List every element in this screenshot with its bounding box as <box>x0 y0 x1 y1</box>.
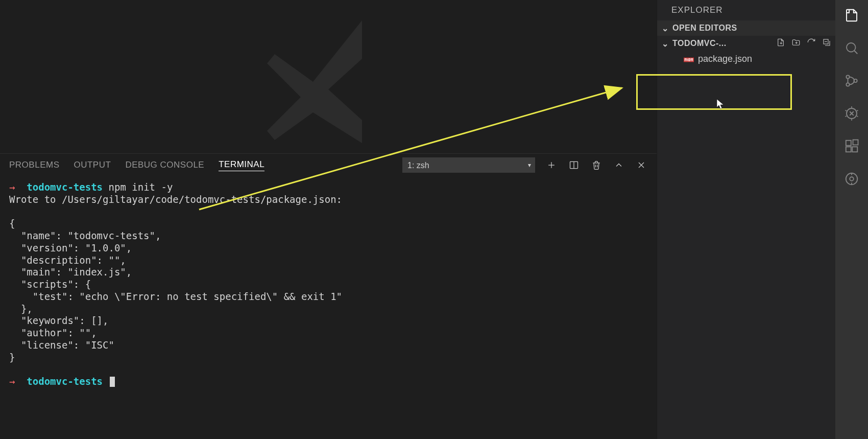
npm-file-icon <box>684 55 694 62</box>
gitlens-activity-icon[interactable] <box>843 171 860 187</box>
terminal-output[interactable]: → todomvc-tests npm init -y Wrote to /Us… <box>0 176 657 439</box>
maximize-panel-button[interactable] <box>613 159 625 171</box>
svg-point-16 <box>846 83 849 86</box>
terminal-line: "description": "", <box>9 255 126 266</box>
editor-empty-area <box>0 0 657 153</box>
open-editors-section[interactable]: ⌄ OPEN EDITORS <box>657 20 835 36</box>
project-root-section[interactable]: ⌄ TODOMVC-... <box>657 36 835 51</box>
terminal-line: "author": "", <box>9 327 97 338</box>
prompt-arrow-icon: → <box>9 376 15 387</box>
extensions-activity-icon[interactable] <box>843 138 860 154</box>
svg-rect-6 <box>685 59 687 59</box>
terminal-line: "keywords": [], <box>9 315 108 326</box>
svg-point-15 <box>846 75 849 78</box>
terminal-shell-select[interactable]: 1: zsh <box>402 157 535 173</box>
prompt-arrow-icon: → <box>9 181 15 193</box>
svg-rect-20 <box>846 147 851 152</box>
bottom-panel: PROBLEMS OUTPUT DEBUG CONSOLE TERMINAL 1… <box>0 153 657 439</box>
terminal-line: }, <box>9 303 33 314</box>
tab-output[interactable]: OUTPUT <box>74 160 111 170</box>
new-file-icon[interactable] <box>776 38 785 49</box>
svg-point-14 <box>847 43 856 52</box>
terminal-line: "name": "todomvc-tests", <box>9 230 161 241</box>
vscode-watermark-icon <box>252 5 405 160</box>
search-activity-icon[interactable] <box>843 40 860 56</box>
tab-debug-console[interactable]: DEBUG CONSOLE <box>125 160 204 170</box>
svg-rect-21 <box>852 147 857 152</box>
prompt-directory: todomvc-tests <box>27 376 103 387</box>
kill-terminal-button[interactable] <box>590 159 602 171</box>
terminal-line: "version": "1.0.0", <box>9 242 132 253</box>
terminal-line: Wrote to /Users/giltayar/code/todomvc-te… <box>9 194 342 205</box>
svg-rect-22 <box>853 140 858 145</box>
svg-rect-13 <box>691 59 693 59</box>
activity-bar <box>835 0 868 439</box>
file-package-json[interactable]: package.json <box>657 51 835 66</box>
split-terminal-button[interactable] <box>568 159 580 171</box>
refresh-icon[interactable] <box>807 38 816 49</box>
close-panel-button[interactable] <box>635 159 647 171</box>
file-name-label: package.json <box>698 54 752 64</box>
chevron-down-icon: ⌄ <box>661 39 669 49</box>
svg-rect-10 <box>688 60 690 61</box>
terminal-line: { <box>9 218 15 229</box>
panel-tab-bar: PROBLEMS OUTPUT DEBUG CONSOLE TERMINAL 1… <box>0 154 657 176</box>
explorer-title: EXPLORER <box>657 0 835 20</box>
debug-activity-icon[interactable] <box>843 105 860 122</box>
tab-problems[interactable]: PROBLEMS <box>9 160 59 170</box>
prompt-directory: todomvc-tests <box>27 181 103 193</box>
new-terminal-button[interactable] <box>545 159 558 171</box>
svg-point-24 <box>850 177 854 181</box>
terminal-cursor <box>110 377 115 387</box>
terminal-line: "license": "ISC" <box>9 339 114 351</box>
explorer-activity-icon[interactable] <box>843 7 860 24</box>
collapse-all-icon[interactable] <box>822 38 831 49</box>
chevron-down-icon: ⌄ <box>661 24 669 33</box>
new-folder-icon[interactable] <box>791 38 801 49</box>
terminal-command: npm init -y <box>109 181 173 193</box>
tab-terminal[interactable]: TERMINAL <box>219 159 264 171</box>
source-control-activity-icon[interactable] <box>843 73 860 89</box>
project-name-label: TODOMVC-... <box>672 39 727 48</box>
svg-rect-9 <box>688 59 690 59</box>
open-editors-label: OPEN EDITORS <box>672 24 737 33</box>
svg-rect-5 <box>687 59 688 61</box>
svg-rect-19 <box>846 141 851 146</box>
main-column: PROBLEMS OUTPUT DEBUG CONSOLE TERMINAL 1… <box>0 0 657 439</box>
terminal-line: } <box>9 352 15 363</box>
terminal-line: "main": "index.js", <box>9 266 132 278</box>
terminal-line: "test": "echo \"Error: no test specified… <box>9 291 342 302</box>
explorer-sidebar: EXPLORER ⌄ OPEN EDITORS ⌄ TODOMVC-... pa… <box>657 0 835 439</box>
terminal-line: "scripts": { <box>9 279 91 290</box>
